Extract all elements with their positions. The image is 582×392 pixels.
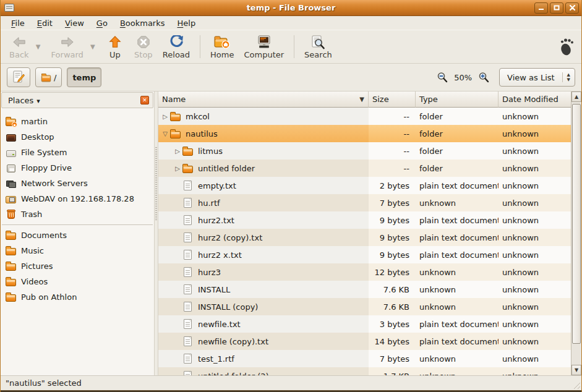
scroll-up-icon[interactable]: ▲ xyxy=(571,92,581,102)
root-path-button[interactable]: / xyxy=(35,67,62,87)
file-row[interactable]: hurz3 12 bytes unknown unknown xyxy=(158,263,571,281)
computer-button[interactable]: Computer xyxy=(239,32,289,62)
sidebar-item-desktop[interactable]: Desktop xyxy=(1,129,154,145)
sidebar-item-documents[interactable]: Documents xyxy=(1,228,154,243)
expander-collapsed-icon[interactable] xyxy=(161,113,169,120)
webdav-share-icon xyxy=(6,195,16,203)
file-row[interactable]: test_1.rtf 7 bytes unknown unknown xyxy=(158,350,571,367)
expander-collapsed-icon[interactable] xyxy=(173,165,182,172)
scrollbar-thumb[interactable] xyxy=(572,104,581,344)
file-row[interactable]: newfile (copy).txt 14 bytes plain text d… xyxy=(158,333,571,350)
window-title: temp - File Browser xyxy=(1,3,581,12)
statusbar: "nautilus" selected xyxy=(1,376,581,390)
column-header-type[interactable]: Type xyxy=(416,92,499,108)
pane-splitter[interactable] xyxy=(155,92,158,375)
reload-icon xyxy=(169,35,184,49)
file-row[interactable]: newfile.txt 3 bytes plain text document … xyxy=(158,315,571,333)
sidebar-item-pub[interactable]: Pub on Athlon xyxy=(1,289,154,305)
sidebar-item-home[interactable]: martin xyxy=(1,114,154,129)
drive-icon xyxy=(6,148,16,157)
sidebar-item-trash[interactable]: Trash xyxy=(1,207,154,222)
edit-location-button[interactable] xyxy=(7,67,30,87)
trash-icon xyxy=(6,210,16,219)
menu-bookmarks[interactable]: Bookmarks xyxy=(114,17,171,29)
maximize-button[interactable] xyxy=(550,2,563,14)
toolbar-separator xyxy=(294,35,294,58)
list-header: Name▼ Size Type Date Modified xyxy=(158,92,571,108)
stop-icon xyxy=(137,35,150,49)
file-row[interactable]: untitled folder (2) 1.7 KB unknown unkno… xyxy=(158,367,571,375)
text-file-icon xyxy=(182,319,194,329)
menu-file[interactable]: File xyxy=(6,17,30,29)
folder-icon xyxy=(6,246,16,255)
gnome-foot-icon xyxy=(558,32,579,62)
forward-button[interactable]: Forward xyxy=(46,32,88,62)
file-row[interactable]: hurz2 (copy).txt 9 bytes plain text docu… xyxy=(158,229,571,246)
reload-button[interactable]: Reload xyxy=(158,32,195,62)
sidebar-close-icon[interactable]: ✕ xyxy=(140,96,149,104)
menu-help[interactable]: Help xyxy=(172,17,202,29)
sidebar-item-floppy[interactable]: Floppy Drive xyxy=(1,160,154,176)
back-button[interactable]: Back xyxy=(4,32,34,62)
menu-view[interactable]: View xyxy=(59,17,90,29)
column-header-size[interactable]: Size xyxy=(369,92,416,108)
toolbar: Back ▼ Forward ▼ Up Stop Reload Home xyxy=(1,30,581,64)
zoom-out-icon[interactable] xyxy=(437,72,448,83)
file-row-untitled-folder[interactable]: untitled folder -- folder unknown xyxy=(158,160,571,177)
file-rows: mkcol -- folder unknown nautilus -- fold… xyxy=(158,108,571,375)
sidebar-item-webdav[interactable]: WebDAV on 192.168.178.28 xyxy=(1,191,154,207)
back-dropdown-icon[interactable]: ▼ xyxy=(34,32,43,62)
file-row[interactable]: INSTALL 7.6 KB unknown unknown xyxy=(158,281,571,298)
file-row[interactable]: hurz2.txt 9 bytes plain text document un… xyxy=(158,211,571,229)
text-file-icon xyxy=(182,336,194,346)
expander-expanded-icon[interactable] xyxy=(161,130,169,137)
stop-button[interactable]: Stop xyxy=(129,32,158,62)
forward-dropdown-icon[interactable]: ▼ xyxy=(88,32,97,62)
scroll-down-icon[interactable]: ▼ xyxy=(571,365,581,375)
current-path-button[interactable]: temp xyxy=(67,67,101,87)
network-icon xyxy=(6,179,16,188)
file-row[interactable]: INSTALL (copy) 7.6 KB unknown unknown xyxy=(158,298,571,315)
file-row-nautilus-selected[interactable]: nautilus -- folder unknown xyxy=(158,125,571,142)
up-button[interactable]: Up xyxy=(101,32,129,62)
folder-icon xyxy=(169,112,181,121)
close-button[interactable] xyxy=(565,2,579,14)
window-app-icon[interactable] xyxy=(4,4,14,12)
zoom-in-icon[interactable] xyxy=(478,72,489,83)
folder-icon xyxy=(6,262,16,271)
column-header-date[interactable]: Date Modified xyxy=(499,92,571,108)
sidebar-item-filesystem[interactable]: File System xyxy=(1,145,154,160)
folder-icon xyxy=(169,129,181,138)
home-button[interactable]: Home xyxy=(205,32,239,62)
home-icon xyxy=(214,35,230,49)
minimize-button[interactable] xyxy=(534,2,548,14)
sidebar-item-pictures[interactable]: Pictures xyxy=(1,258,154,274)
up-icon xyxy=(108,35,122,49)
file-row-mkcol[interactable]: mkcol -- folder unknown xyxy=(158,108,571,125)
vertical-scrollbar[interactable]: ▲ ▼ xyxy=(571,92,581,375)
menu-go[interactable]: Go xyxy=(91,17,113,29)
sidebar-item-videos[interactable]: Videos xyxy=(1,274,154,289)
sort-descending-icon: ▼ xyxy=(359,96,364,103)
sidebar-item-network[interactable]: Network Servers xyxy=(1,176,154,191)
folder-icon xyxy=(41,75,51,82)
text-file-icon xyxy=(182,198,194,208)
view-mode-select[interactable]: View as List ▲▼ xyxy=(499,68,575,87)
scrollbar-track[interactable] xyxy=(571,102,581,365)
file-row[interactable]: empty.txt 2 bytes plain text document un… xyxy=(158,177,571,194)
search-button[interactable]: Search xyxy=(299,32,337,62)
expander-collapsed-icon[interactable] xyxy=(173,148,182,155)
sidebar-mode-select[interactable]: Places ✕ xyxy=(1,92,153,108)
text-file-icon xyxy=(182,267,194,277)
file-row-litmus[interactable]: litmus -- folder unknown xyxy=(158,142,571,160)
text-file-icon xyxy=(182,181,194,190)
menu-edit[interactable]: Edit xyxy=(32,17,58,29)
column-header-name[interactable]: Name▼ xyxy=(158,92,369,108)
file-row[interactable]: hu.rtf 7 bytes unknown unknown xyxy=(158,194,571,211)
home-folder-icon xyxy=(6,117,16,126)
sidebar-item-music[interactable]: Music xyxy=(1,243,154,258)
file-row[interactable]: hurz2 x.txt 9 bytes plain text document … xyxy=(158,246,571,263)
resize-grip[interactable] xyxy=(572,381,580,389)
location-bar: / temp 50% View as List ▲▼ xyxy=(1,64,581,92)
titlebar[interactable]: temp - File Browser xyxy=(1,0,581,16)
